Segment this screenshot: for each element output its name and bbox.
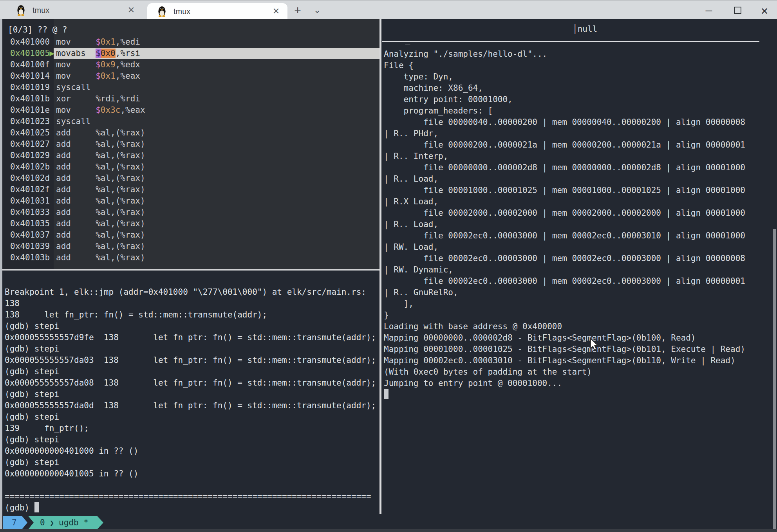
terminal-line: file 00000000..000002d8 | mem 00000000..… [384,162,745,173]
disasm-address: 0x401035 [2,218,54,229]
disasm-instruction: add %al,(%rax) [54,195,379,207]
terminal-line: machine: X86_64, [384,83,745,94]
status-window-segment[interactable]: 0 ❯ ugdb * [28,516,103,529]
disasm-row: 0x401031add %al,(%rax) [2,195,379,207]
terminal-line: entry_point: 00001000, [384,94,745,105]
terminal-line: (gdb) stepi [5,457,376,468]
gdb-console-pane[interactable]: Breakpoint 1, elk::jmp (addr=0x401000 "\… [2,271,379,529]
current-instruction-arrow-icon: ▶ [49,48,54,59]
terminal-line: Jumping to entry point @ 00001000... [384,378,745,389]
tux-icon [16,4,26,16]
terminal-line: Mapping 00001000..00001025 - BitFlags<Se… [384,344,745,355]
terminal-line [5,275,376,287]
terminal-line: 138 [5,298,376,309]
disasm-instruction: add %al,(%rax) [54,184,379,195]
new-tab-button[interactable]: + [290,1,305,20]
maximize-icon [734,7,741,14]
disasm-instruction: add %al,(%rax) [54,218,379,229]
disasm-row: 0x401005▶movabs $0x0,%rsi [2,48,379,59]
disasm-row: 0x401019syscall [2,82,379,93]
text-cursor [34,502,39,512]
disasm-address: 0x401023 [2,116,54,127]
window-close-button[interactable]: ✕ [754,1,775,20]
disasm-address: 0x401033 [2,207,54,218]
tab-menu-chevron-icon[interactable]: ⌄ [309,1,325,20]
terminal-line: ========================================… [5,491,376,502]
tux-icon [157,5,167,17]
disasm-row: 0x401037add %al,(%rax) [2,229,379,241]
window-bottom-edge [0,529,777,532]
shell-cursor: _ [405,36,410,45]
disasm-row: 0x40100fmov $0x9,%edx [2,59,379,70]
disasm-instruction: add %al,(%rax) [54,173,379,184]
disasm-address: 0x40102f [2,184,54,195]
terminal-line: | R.X Load, [384,196,745,207]
terminal-line: file 00002ec0..00003000 | mem 00002ec0..… [384,230,745,242]
disasm-instruction: add %al,(%rax) [54,127,379,139]
terminal-line: File { [384,60,745,71]
terminal-line: Mapping 00000000..000002d8 - BitFlags<Se… [384,332,745,344]
disasm-row: 0x401000mov $0x1,%edi [2,36,379,48]
terminal-line: file 00001000..00001025 | mem 00001000..… [384,185,745,196]
scrollbar-thumb[interactable] [773,229,776,529]
terminal-line: 0x0000000000401005 in ?? () [5,468,376,480]
terminal-line: file 00002ec0..00003000 | mem 00002ec0..… [384,276,745,287]
terminal-line: (gdb) stepi [5,389,376,400]
terminal-line: 139 fn_ptr(); [5,423,376,434]
disasm-row: 0x40101bxor %rdi,%rdi [2,93,379,105]
disasm-address: 0x40102b [2,161,54,173]
tab-label: tmux [173,7,270,16]
maximize-button[interactable] [726,1,748,20]
disasm-instruction: mov $0x1,%eax [54,70,379,82]
terminal-line: 0x000055555557da03 138 let fn_ptr: fn() … [5,355,376,366]
tab-tmux-1[interactable]: tmux ✕ [6,1,143,20]
disasm-row: 0x40102fadd %al,(%rax) [2,184,379,195]
text-cursor [384,389,388,399]
disasm-row: 0x401027add %al,(%rax) [2,139,379,150]
terminal-line: Loading with base address @ 0x400000 [384,321,745,332]
terminal-line: | RW. Load, [384,242,745,253]
terminal-line: | R.. PHdr, [384,128,745,139]
terminal-line: | RW. Dynamic, [384,264,745,276]
terminal-line: 0x0000000000401000 in ?? () [5,445,376,457]
gdb-prompt-line[interactable]: (gdb) [5,502,376,514]
status-session-segment[interactable]: 7 [3,516,27,529]
tab-tmux-2-active[interactable]: tmux ✕ [147,3,287,20]
disasm-row: 0x401029add %al,(%rax) [2,150,379,161]
disasm-instruction: add %al,(%rax) [54,150,379,161]
disasm-address: 0x401027 [2,139,54,150]
window-index: 0 [40,516,45,529]
terminal-line: | R.. Interp, [384,151,745,162]
tab-close-icon[interactable]: ✕ [125,4,137,16]
terminal-line: program_headers: [ [384,105,745,117]
disasm-address: 0x40102d [2,173,54,184]
terminal-line: file 00000040..00000200 | mem 00000040..… [384,117,745,128]
terminal-line [5,480,376,491]
disasm-address: 0x401014 [2,70,54,82]
output-cursor-line [384,389,745,400]
disasm-address: 0x401019 [2,82,54,93]
terminal-line: Analyzing "./samples/hello-dl"... [384,49,745,60]
disasm-row: 0x401035add %al,(%rax) [2,218,379,229]
window-name: ugdb * [59,516,89,529]
terminal-line: (gdb) stepi [5,343,376,355]
disasm-instruction: add %al,(%rax) [54,229,379,241]
terminal-line: (gdb) stepi [5,321,376,332]
terminal-line: 0x000055555557da0d 138 let fn_ptr: fn() … [5,400,376,411]
disasm-instruction: xor %rdi,%rdi [54,93,379,105]
tab-close-icon[interactable]: ✕ [270,5,282,17]
disasm-instruction: add %al,(%rax) [54,207,379,218]
disassembly-pane[interactable]: [0/3] ?? @ ? 0x401000mov $0x1,%edi0x4010… [2,19,379,269]
tab-label: tmux [33,6,125,15]
disasm-row: 0x401025add %al,(%rax) [2,127,379,139]
disasm-row: 0x40102dadd %al,(%rax) [2,173,379,184]
mouse-cursor [589,338,600,351]
minimize-button[interactable]: – [698,1,720,20]
disasm-instruction: mov $0x3c,%eax [54,105,379,116]
disasm-address: 0x401031 [2,195,54,207]
terminal-line: file 00002000..00002000 | mem 00002000..… [384,207,745,219]
disassembly-header: [0/3] ?? @ ? [8,24,67,36]
right-pane-header-rule [382,41,759,42]
disasm-address: 0x401005▶ [2,48,54,59]
program-output-pane[interactable]: _ │null Analyzing "./samples/hello-dl"..… [381,19,777,529]
